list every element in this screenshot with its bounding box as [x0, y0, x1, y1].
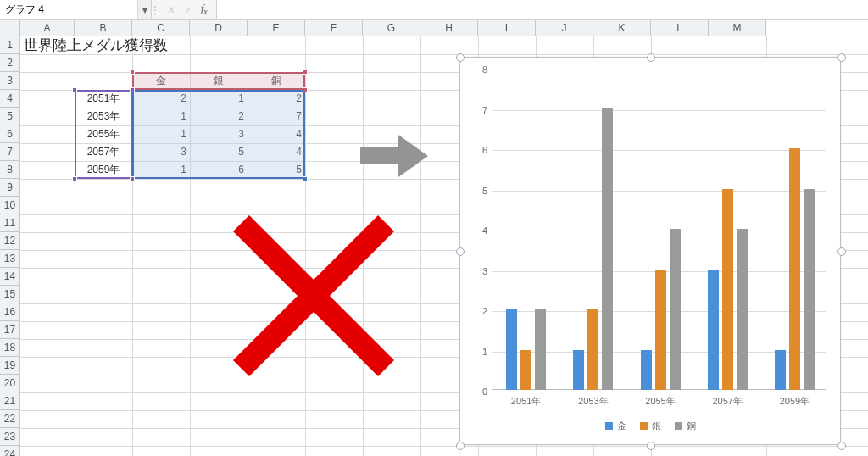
- cell[interactable]: 2: [248, 90, 305, 108]
- row-header[interactable]: 4: [0, 90, 20, 108]
- cell[interactable]: 2057年: [75, 143, 132, 161]
- chart-legend-item[interactable]: 銅: [675, 420, 696, 432]
- row-header[interactable]: 7: [0, 143, 20, 161]
- chart-bar[interactable]: [722, 189, 733, 391]
- chart-bar[interactable]: [602, 108, 613, 391]
- chart-resize-handle[interactable]: [837, 442, 846, 450]
- column-header[interactable]: D: [190, 20, 248, 36]
- column-header[interactable]: B: [75, 20, 132, 36]
- chart-bar[interactable]: [520, 350, 531, 391]
- cell[interactable]: 2055年: [75, 125, 132, 143]
- chart-resize-handle[interactable]: [837, 53, 846, 62]
- chart-bar[interactable]: [789, 148, 800, 390]
- row-header[interactable]: 11: [0, 214, 20, 232]
- chart-resize-handle[interactable]: [456, 53, 465, 62]
- row-header[interactable]: 10: [0, 197, 20, 214]
- cell[interactable]: 2053年: [75, 108, 132, 125]
- column-header[interactable]: H: [420, 20, 478, 36]
- cell[interactable]: 2059年: [75, 161, 132, 179]
- row-header[interactable]: 1: [0, 36, 20, 54]
- chart-resize-handle[interactable]: [837, 247, 846, 256]
- row-header[interactable]: 22: [0, 410, 20, 428]
- formula-input[interactable]: [217, 0, 868, 19]
- chart-bar[interactable]: [587, 309, 598, 390]
- column-header[interactable]: G: [363, 20, 420, 36]
- column-header[interactable]: F: [305, 20, 363, 36]
- cell[interactable]: 銅: [248, 72, 305, 90]
- chart-resize-handle[interactable]: [647, 442, 655, 450]
- row-header[interactable]: 18: [0, 339, 20, 357]
- column-header[interactable]: E: [248, 20, 305, 36]
- chart-bar[interactable]: [775, 350, 786, 391]
- select-all-corner[interactable]: [0, 20, 20, 36]
- cancel-icon[interactable]: ✕: [167, 4, 175, 16]
- row-header[interactable]: 12: [0, 232, 20, 250]
- column-header[interactable]: I: [478, 20, 536, 36]
- row-header[interactable]: 13: [0, 250, 20, 268]
- column-header[interactable]: K: [593, 20, 651, 36]
- chart-bar[interactable]: [737, 229, 748, 390]
- chart-resize-handle[interactable]: [456, 442, 465, 450]
- row-header[interactable]: 16: [0, 303, 20, 321]
- cell[interactable]: 2: [190, 108, 248, 125]
- row-header[interactable]: 8: [0, 161, 20, 179]
- column-header[interactable]: J: [536, 20, 593, 36]
- column-header[interactable]: M: [709, 20, 766, 36]
- chart-x-tick-label: 2053年: [578, 395, 608, 408]
- row-header[interactable]: 20: [0, 375, 20, 392]
- chart-legend-item[interactable]: 金: [605, 420, 626, 432]
- chart-bar[interactable]: [535, 309, 546, 390]
- chart-legend-item[interactable]: 銀: [640, 420, 661, 432]
- cell[interactable]: 7: [248, 108, 305, 125]
- worksheet[interactable]: ABCDEFGHIJKLM 12345678910111213141516171…: [0, 20, 868, 456]
- column-header[interactable]: A: [20, 20, 75, 36]
- cell[interactable]: 1: [132, 161, 190, 179]
- chart-bar[interactable]: [573, 350, 584, 391]
- row-header[interactable]: 24: [0, 446, 20, 456]
- row-header[interactable]: 2: [0, 54, 20, 72]
- cell[interactable]: 金: [132, 72, 190, 90]
- chart-bar[interactable]: [670, 229, 681, 390]
- cell[interactable]: 銀: [190, 72, 248, 90]
- row-header[interactable]: 6: [0, 125, 20, 143]
- chart-plot-area[interactable]: 0123456782051年2053年2055年2057年2059年: [492, 70, 826, 390]
- enter-icon[interactable]: ✓: [184, 4, 192, 16]
- row-header[interactable]: 15: [0, 286, 20, 303]
- chart-bar[interactable]: [708, 270, 719, 391]
- cell[interactable]: 2051年: [75, 90, 132, 108]
- chart-bar[interactable]: [641, 350, 652, 391]
- cell[interactable]: 5: [248, 161, 305, 179]
- row-header[interactable]: 5: [0, 108, 20, 125]
- cell[interactable]: 1: [190, 90, 248, 108]
- cell[interactable]: 5: [190, 143, 248, 161]
- cell[interactable]: 1: [132, 125, 190, 143]
- cell[interactable]: 1: [132, 108, 190, 125]
- row-header[interactable]: 3: [0, 72, 20, 90]
- cell[interactable]: 6: [190, 161, 248, 179]
- cell[interactable]: 4: [248, 143, 305, 161]
- chart-bar[interactable]: [655, 270, 666, 391]
- chart-bar[interactable]: [804, 189, 815, 391]
- cell[interactable]: 3: [190, 125, 248, 143]
- chart-resize-handle[interactable]: [647, 53, 655, 62]
- cell[interactable]: 2: [132, 90, 190, 108]
- row-header[interactable]: 14: [0, 268, 20, 286]
- namebox-dropdown-icon[interactable]: ▾: [137, 0, 151, 19]
- name-box[interactable]: [0, 0, 137, 19]
- row-header[interactable]: 19: [0, 357, 20, 375]
- cell[interactable]: 3: [132, 143, 190, 161]
- chart-legend[interactable]: 金銀銅: [467, 420, 833, 432]
- row-header[interactable]: 9: [0, 179, 20, 197]
- column-header[interactable]: C: [132, 20, 190, 36]
- chart-x-tick-label: 2051年: [511, 395, 541, 408]
- chart-resize-handle[interactable]: [456, 247, 465, 256]
- column-header[interactable]: L: [651, 20, 709, 36]
- row-header[interactable]: 21: [0, 392, 20, 410]
- row-header[interactable]: 17: [0, 321, 20, 339]
- chart-object[interactable]: 0123456782051年2053年2055年2057年2059年 金銀銅: [459, 57, 841, 445]
- chart-bar[interactable]: [506, 309, 517, 390]
- row-header[interactable]: 23: [0, 428, 20, 446]
- cell[interactable]: 4: [248, 125, 305, 143]
- fx-icon[interactable]: fx: [201, 3, 208, 16]
- title-cell[interactable]: 世界陸上メダル獲得数: [20, 36, 305, 54]
